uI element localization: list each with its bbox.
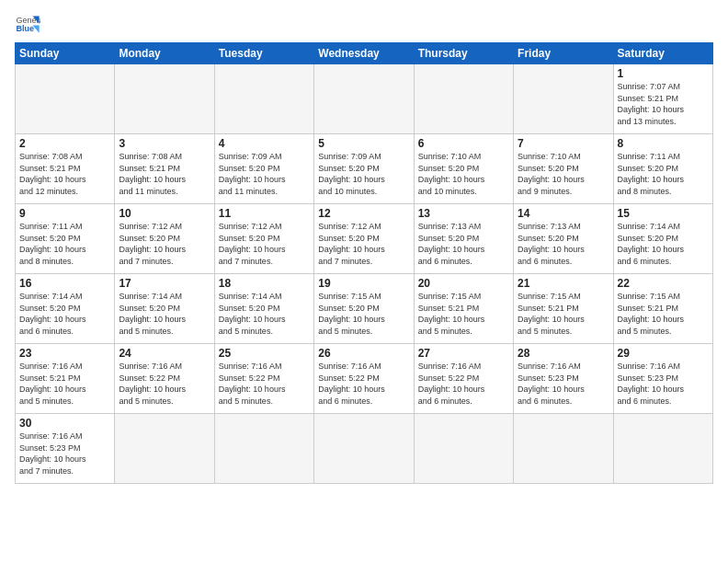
calendar-cell: 3Sunrise: 7:08 AMSunset: 5:21 PMDaylight… — [115, 134, 214, 204]
calendar-cell: 6Sunrise: 7:10 AMSunset: 5:20 PMDaylight… — [414, 134, 513, 204]
calendar-cell — [214, 64, 313, 134]
day-info: Sunrise: 7:16 AMSunset: 5:23 PMDaylight:… — [618, 361, 709, 407]
day-info: Sunrise: 7:16 AMSunset: 5:22 PMDaylight:… — [219, 361, 310, 407]
calendar-cell: 29Sunrise: 7:16 AMSunset: 5:23 PMDayligh… — [613, 344, 712, 414]
day-info: Sunrise: 7:09 AMSunset: 5:20 PMDaylight:… — [219, 151, 310, 197]
weekday-wednesday: Wednesday — [314, 43, 414, 64]
day-info: Sunrise: 7:15 AMSunset: 5:21 PMDaylight:… — [618, 291, 709, 337]
calendar-week-6: 30Sunrise: 7:16 AMSunset: 5:23 PMDayligh… — [16, 414, 713, 484]
day-info: Sunrise: 7:14 AMSunset: 5:20 PMDaylight:… — [119, 291, 210, 337]
header: General Blue — [15, 11, 713, 37]
day-info: Sunrise: 7:14 AMSunset: 5:20 PMDaylight:… — [219, 291, 310, 337]
calendar-cell: 22Sunrise: 7:15 AMSunset: 5:21 PMDayligh… — [613, 274, 712, 344]
calendar-cell — [414, 414, 513, 484]
day-number: 25 — [219, 347, 310, 360]
calendar-cell — [214, 414, 313, 484]
day-info: Sunrise: 7:16 AMSunset: 5:23 PMDaylight:… — [518, 361, 609, 407]
day-number: 12 — [318, 207, 409, 220]
calendar-body: 1Sunrise: 7:07 AMSunset: 5:21 PMDaylight… — [16, 64, 713, 484]
day-info: Sunrise: 7:08 AMSunset: 5:21 PMDaylight:… — [19, 151, 110, 197]
day-info: Sunrise: 7:09 AMSunset: 5:20 PMDaylight:… — [318, 151, 409, 197]
weekday-saturday: Saturday — [613, 43, 712, 64]
calendar-cell: 1Sunrise: 7:07 AMSunset: 5:21 PMDaylight… — [613, 64, 712, 134]
day-info: Sunrise: 7:13 AMSunset: 5:20 PMDaylight:… — [418, 221, 509, 267]
day-info: Sunrise: 7:14 AMSunset: 5:20 PMDaylight:… — [618, 221, 709, 267]
calendar-cell: 14Sunrise: 7:13 AMSunset: 5:20 PMDayligh… — [514, 204, 613, 274]
weekday-sunday: Sunday — [16, 43, 115, 64]
day-info: Sunrise: 7:11 AMSunset: 5:20 PMDaylight:… — [19, 221, 110, 267]
day-number: 28 — [518, 347, 609, 360]
calendar-cell: 12Sunrise: 7:12 AMSunset: 5:20 PMDayligh… — [314, 204, 414, 274]
day-info: Sunrise: 7:11 AMSunset: 5:20 PMDaylight:… — [618, 151, 709, 197]
weekday-friday: Friday — [514, 43, 613, 64]
day-number: 22 — [618, 277, 709, 290]
day-info: Sunrise: 7:16 AMSunset: 5:22 PMDaylight:… — [119, 361, 210, 407]
calendar-cell: 15Sunrise: 7:14 AMSunset: 5:20 PMDayligh… — [613, 204, 712, 274]
calendar-cell: 21Sunrise: 7:15 AMSunset: 5:21 PMDayligh… — [514, 274, 613, 344]
calendar-cell — [115, 414, 214, 484]
day-info: Sunrise: 7:16 AMSunset: 5:22 PMDaylight:… — [418, 361, 509, 407]
calendar-cell: 20Sunrise: 7:15 AMSunset: 5:21 PMDayligh… — [414, 274, 513, 344]
day-number: 30 — [19, 417, 110, 430]
weekday-monday: Monday — [115, 43, 214, 64]
calendar-week-5: 23Sunrise: 7:16 AMSunset: 5:21 PMDayligh… — [16, 344, 713, 414]
day-number: 3 — [119, 137, 210, 150]
day-info: Sunrise: 7:15 AMSunset: 5:21 PMDaylight:… — [418, 291, 509, 337]
calendar-header: SundayMondayTuesdayWednesdayThursdayFrid… — [16, 43, 713, 64]
calendar-week-1: 1Sunrise: 7:07 AMSunset: 5:21 PMDaylight… — [16, 64, 713, 134]
calendar-cell: 9Sunrise: 7:11 AMSunset: 5:20 PMDaylight… — [16, 204, 115, 274]
calendar-cell: 28Sunrise: 7:16 AMSunset: 5:23 PMDayligh… — [514, 344, 613, 414]
logo-icon: General Blue — [15, 11, 40, 37]
day-number: 5 — [318, 137, 409, 150]
day-info: Sunrise: 7:12 AMSunset: 5:20 PMDaylight:… — [219, 221, 310, 267]
day-number: 17 — [119, 277, 210, 290]
calendar-week-2: 2Sunrise: 7:08 AMSunset: 5:21 PMDaylight… — [16, 134, 713, 204]
day-number: 23 — [19, 347, 110, 360]
calendar-cell — [414, 64, 513, 134]
calendar-cell: 25Sunrise: 7:16 AMSunset: 5:22 PMDayligh… — [214, 344, 313, 414]
day-number: 11 — [219, 207, 310, 220]
calendar-cell: 23Sunrise: 7:16 AMSunset: 5:21 PMDayligh… — [16, 344, 115, 414]
calendar-week-4: 16Sunrise: 7:14 AMSunset: 5:20 PMDayligh… — [16, 274, 713, 344]
calendar-cell — [115, 64, 214, 134]
day-number: 7 — [518, 137, 609, 150]
calendar-week-3: 9Sunrise: 7:11 AMSunset: 5:20 PMDaylight… — [16, 204, 713, 274]
calendar-cell: 18Sunrise: 7:14 AMSunset: 5:20 PMDayligh… — [214, 274, 313, 344]
day-info: Sunrise: 7:14 AMSunset: 5:20 PMDaylight:… — [19, 291, 110, 337]
day-info: Sunrise: 7:16 AMSunset: 5:22 PMDaylight:… — [318, 361, 409, 407]
calendar-cell — [514, 414, 613, 484]
weekday-thursday: Thursday — [414, 43, 513, 64]
calendar-cell: 19Sunrise: 7:15 AMSunset: 5:20 PMDayligh… — [314, 274, 414, 344]
day-info: Sunrise: 7:15 AMSunset: 5:20 PMDaylight:… — [318, 291, 409, 337]
day-number: 15 — [618, 207, 709, 220]
day-number: 20 — [418, 277, 509, 290]
day-number: 27 — [418, 347, 509, 360]
calendar-cell: 11Sunrise: 7:12 AMSunset: 5:20 PMDayligh… — [214, 204, 313, 274]
calendar-cell — [613, 414, 712, 484]
logo: General Blue — [15, 11, 40, 37]
day-number: 18 — [219, 277, 310, 290]
calendar-cell: 17Sunrise: 7:14 AMSunset: 5:20 PMDayligh… — [115, 274, 214, 344]
day-info: Sunrise: 7:10 AMSunset: 5:20 PMDaylight:… — [418, 151, 509, 197]
calendar-cell: 30Sunrise: 7:16 AMSunset: 5:23 PMDayligh… — [16, 414, 115, 484]
day-info: Sunrise: 7:10 AMSunset: 5:20 PMDaylight:… — [518, 151, 609, 197]
calendar-cell: 4Sunrise: 7:09 AMSunset: 5:20 PMDaylight… — [214, 134, 313, 204]
calendar-cell: 24Sunrise: 7:16 AMSunset: 5:22 PMDayligh… — [115, 344, 214, 414]
weekday-header-row: SundayMondayTuesdayWednesdayThursdayFrid… — [16, 43, 713, 64]
day-number: 14 — [518, 207, 609, 220]
calendar-cell — [514, 64, 613, 134]
day-info: Sunrise: 7:15 AMSunset: 5:21 PMDaylight:… — [518, 291, 609, 337]
calendar-cell: 16Sunrise: 7:14 AMSunset: 5:20 PMDayligh… — [16, 274, 115, 344]
calendar-cell: 7Sunrise: 7:10 AMSunset: 5:20 PMDaylight… — [514, 134, 613, 204]
calendar-cell: 27Sunrise: 7:16 AMSunset: 5:22 PMDayligh… — [414, 344, 513, 414]
day-number: 26 — [318, 347, 409, 360]
day-info: Sunrise: 7:12 AMSunset: 5:20 PMDaylight:… — [318, 221, 409, 267]
day-number: 9 — [19, 207, 110, 220]
calendar-cell: 8Sunrise: 7:11 AMSunset: 5:20 PMDaylight… — [613, 134, 712, 204]
svg-text:Blue: Blue — [16, 24, 34, 33]
day-info: Sunrise: 7:16 AMSunset: 5:23 PMDaylight:… — [19, 431, 110, 477]
day-number: 8 — [618, 137, 709, 150]
day-number: 6 — [418, 137, 509, 150]
weekday-tuesday: Tuesday — [214, 43, 313, 64]
calendar-cell — [16, 64, 115, 134]
